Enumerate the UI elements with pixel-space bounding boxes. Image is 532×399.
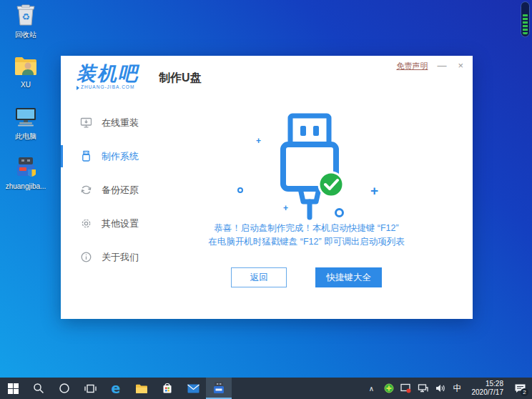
volume-tray-icon[interactable] [433,378,448,399]
taskbar: e [0,378,532,399]
ime-indicator[interactable]: 中 [450,378,465,399]
back-button[interactable]: 返回 [231,267,287,287]
sidebar-item-label: 关于我们 [102,251,139,264]
sidebar-item-label: 制作系统 [102,150,139,163]
taskbar-zhuangjiba-app[interactable] [206,378,232,399]
logo-flag-icon [77,86,79,90]
sidebar-item-make-system[interactable]: 制作系统 [61,139,157,173]
file-explorer-icon[interactable] [129,378,154,399]
success-message-line2: 在电脑开机时猛戳键盘 “F12” 即可调出启动项列表 [157,235,455,249]
decoration-plus-icon: + [283,203,288,213]
desktop-icon-user-folder[interactable]: XU [3,52,49,102]
mail-icon[interactable] [180,378,206,399]
decoration-plus-icon: + [256,136,261,146]
make-usb-content: + + + 恭喜！启动盘制作完成！本机启动快捷键 “F12” 在电脑开机时猛戳键… [157,99,473,319]
user-folder-icon [12,52,39,79]
page-title: 制作U盘 [159,71,202,86]
desktop-icon-recycle-bin[interactable]: ♻ 回收站 [3,1,49,51]
desktop-icon-label: XU [21,81,31,89]
sidebar-item-label: 备份还原 [102,184,139,197]
success-message: 恭喜！启动盘制作完成！本机启动快捷键 “F12” 在电脑开机时猛戳键盘 “F12… [157,222,455,249]
about-info-icon [80,251,92,263]
decoration-ring-icon [237,187,243,193]
sidebar-item-backup-restore[interactable]: 备份还原 [61,173,157,207]
button-row: 返回 快捷键大全 [157,267,455,287]
sidebar-item-other-settings[interactable]: 其他设置 [61,207,157,240]
usb-success-icon [252,109,366,226]
sidebar: 在线重装 制作系统 [61,99,157,319]
edge-icon[interactable]: e [103,378,129,399]
desktop-icon-label: 此电脑 [15,132,36,142]
network-tray-icon[interactable] [416,378,430,399]
task-view-icon[interactable] [77,378,103,399]
window-header: 装机吧 ZHUANG-JIBA.COM 制作U盘 免责声明 — × [61,56,473,99]
close-button[interactable]: × [455,60,466,72]
backup-restore-icon [80,184,92,196]
app-logo-text: 装机吧 [77,64,139,84]
this-pc-icon [12,103,39,130]
make-system-icon [80,150,92,162]
success-message-line1: 恭喜！启动盘制作完成！本机启动快捷键 “F12” [157,222,455,235]
recycle-bin-icon: ♻ [12,1,39,29]
sidebar-item-label: 其他设置 [102,217,139,230]
titlebar-controls: 免责声明 — × [396,60,466,72]
window-body: 在线重装 制作系统 [61,99,473,319]
battery-gauge-widget [521,1,530,37]
disclaimer-link[interactable]: 免责声明 [396,61,428,72]
taskbar-clock[interactable]: 15:28 2020/7/17 [468,380,508,397]
zhuangjiba-window: 装机吧 ZHUANG-JIBA.COM 制作U盘 免责声明 — × [61,56,473,319]
screen-recorder-tray-icon[interactable] [399,378,413,399]
sidebar-item-about-us[interactable]: 关于我们 [61,240,157,274]
zhuangjiba-usb-icon [12,154,39,181]
settings-gear-icon [80,217,92,230]
desktop-icon-this-pc[interactable]: 此电脑 [3,103,49,153]
clock-time: 15:28 [472,380,504,388]
start-button[interactable] [0,378,26,399]
online-reinstall-icon [80,117,92,129]
decoration-plus-icon: + [370,183,378,199]
desktop: ♻ 回收站 XU [0,0,532,399]
notification-badge: 2 [521,388,528,396]
cortana-icon[interactable] [51,378,77,399]
show-hidden-icons-chevron[interactable]: ∧ [365,378,379,399]
app-logo: 装机吧 ZHUANG-JIBA.COM [77,64,139,90]
system-tray: ∧ [365,378,532,399]
battery-gauge-fill [523,14,528,34]
sidebar-item-online-reinstall[interactable]: 在线重装 [61,106,157,139]
desktop-icon-label: zhuangjiba... [6,182,46,190]
app-logo-subtext: ZHUANG-JIBA.COM [81,85,134,90]
search-icon[interactable] [26,378,51,399]
svg-text:♻: ♻ [21,11,30,22]
minimize-button[interactable]: — [435,60,448,72]
shortcut-keys-button[interactable]: 快捷键大全 [315,267,382,287]
clock-date: 2020/7/17 [472,388,504,397]
sidebar-item-label: 在线重装 [102,117,139,129]
desktop-icon-label: 回收站 [15,30,36,40]
antivirus-tray-icon[interactable] [382,378,396,399]
decoration-ring-icon [335,208,344,217]
desktop-icon-zhuangjiba[interactable]: zhuangjiba... [3,154,49,204]
store-icon[interactable] [154,378,180,399]
action-center-icon[interactable]: 2 [511,378,529,399]
desktop-icon-list: ♻ 回收站 XU [3,1,49,205]
